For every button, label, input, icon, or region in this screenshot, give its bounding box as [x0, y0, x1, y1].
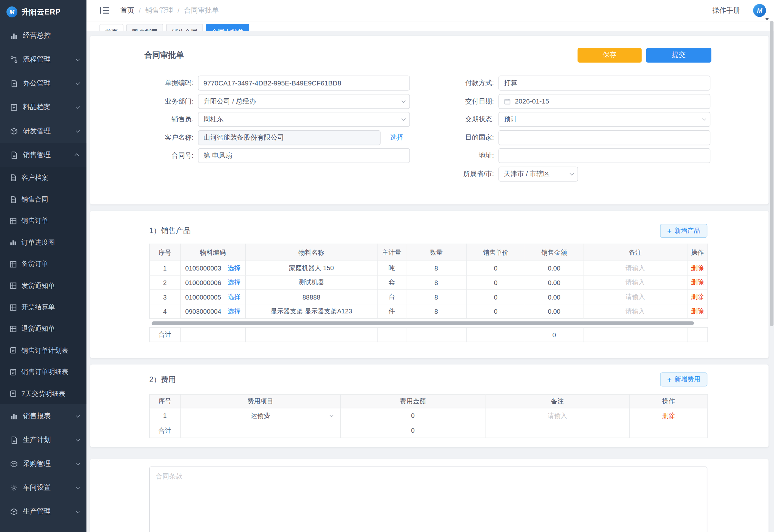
sidebar-item-stock-order[interactable]: 备货订单: [0, 253, 86, 275]
payment-method-input[interactable]: 打算: [499, 75, 710, 90]
horizontal-scrollbar-track: [149, 321, 708, 325]
submenu-item-label: 备货订单: [21, 260, 48, 269]
remark-input[interactable]: 请输入: [548, 411, 567, 419]
sidebar-item-material-files[interactable]: 料品档案: [0, 95, 86, 119]
grid-icon: [9, 304, 17, 311]
choose-customer-link[interactable]: 选择: [390, 133, 403, 142]
save-button[interactable]: 保存: [578, 48, 642, 63]
contract-no-input[interactable]: 第 电风扇: [198, 148, 410, 163]
chevron-down-icon: [76, 461, 80, 466]
region-select[interactable]: 天津市 / 市辖区: [499, 166, 578, 181]
price-cell: 0: [466, 275, 525, 290]
operation-manual-link[interactable]: 操作手册: [712, 6, 740, 15]
sidebar-item-production-plan[interactable]: 生产计划: [0, 428, 86, 452]
horizontal-scrollbar[interactable]: [152, 321, 694, 325]
salesman-select[interactable]: 周桂东: [198, 112, 410, 127]
select-material-link[interactable]: 选择: [228, 307, 241, 316]
tab-customer-files[interactable]: 客户档案: [126, 24, 163, 31]
select-material-link[interactable]: 选择: [228, 278, 241, 287]
sidebar-item-label: 采购管理: [23, 460, 75, 469]
delete-row-link[interactable]: 删除: [691, 293, 704, 300]
fees-card: 2）费用 + 新增费用 序号 费用项目 费用金额: [90, 365, 769, 447]
grid-icon: [9, 217, 17, 225]
tab-contract-approval[interactable]: 合同审批单: [206, 24, 249, 31]
sidebar-item-outsourcing-mgmt[interactable]: 委外管理: [0, 524, 86, 532]
address-input[interactable]: [499, 148, 710, 163]
sidebar-item-order-progress[interactable]: 订单进度图: [0, 232, 86, 253]
sidebar-item-workshop-settings[interactable]: 车间设置: [0, 476, 86, 500]
delete-row-link[interactable]: 删除: [691, 264, 704, 271]
delivery-date-input[interactable]: 2026-01-15: [499, 94, 710, 109]
sidebar-item-7day-delivery-report[interactable]: 7天交货明细表: [0, 383, 86, 405]
remark-input[interactable]: 请输入: [626, 293, 645, 300]
col-amount: 销售金额: [525, 244, 583, 261]
sidebar-item-sales-report[interactable]: 销售报表: [0, 404, 86, 428]
sidebar-item-rnd-mgmt[interactable]: 研发管理: [0, 119, 86, 143]
col-qty: 数量: [406, 244, 466, 261]
sidebar-item-return-notice[interactable]: 退货通知单: [0, 318, 86, 340]
field-label: 销售员:: [144, 115, 198, 124]
page-title: 合同审批单: [144, 50, 577, 60]
tab-label: 销售合同: [172, 28, 197, 31]
dest-country-input[interactable]: [499, 130, 710, 145]
sidebar-item-production-mgmt[interactable]: 生产管理: [0, 500, 86, 524]
sidebar-item-sales-order[interactable]: 销售订单: [0, 210, 86, 232]
tab-label: 首页: [105, 28, 118, 31]
sales-submenu: 客户档案 销售合同 销售订单 订单进度图 备货订单 发货通知单: [0, 167, 86, 404]
products-section-title: 1）销售产品: [149, 226, 191, 235]
sidebar-item-process-mgmt[interactable]: 流程管理: [0, 48, 86, 72]
delete-row-link[interactable]: 删除: [691, 307, 704, 315]
col-remark: 备注: [485, 395, 630, 408]
delete-row-link[interactable]: 删除: [691, 279, 704, 286]
document-icon: [10, 80, 18, 88]
submenu-item-label: 开票结算单: [21, 303, 55, 312]
select-material-link[interactable]: 选择: [228, 292, 241, 301]
remark-input[interactable]: 请输入: [626, 307, 645, 315]
select-material-link[interactable]: 选择: [228, 263, 241, 272]
remark-input[interactable]: 请输入: [626, 279, 645, 286]
doc-code-input[interactable]: 9770CA17-3497-4DB2-995E-B49E9CF61BD8: [198, 75, 410, 90]
sidebar-item-label: 料品档案: [23, 103, 75, 112]
menu-fold-icon[interactable]: [99, 6, 109, 15]
tab-sales-contract[interactable]: 销售合同: [166, 24, 203, 31]
sidebar-item-purchase-mgmt[interactable]: 采购管理: [0, 452, 86, 476]
page-content: 合同审批单 保存 提交 单据编码: 9770CA17-3497-4DB2-995…: [86, 31, 774, 532]
box-icon: [10, 460, 18, 468]
contract-terms-textarea[interactable]: [149, 467, 708, 532]
submenu-item-label: 发货通知单: [21, 281, 55, 290]
sidebar-item-office-mgmt[interactable]: 办公管理: [0, 72, 86, 95]
department-select[interactable]: 升阳公司 / 总经办: [198, 94, 410, 109]
sidebar-item-shipping-notice[interactable]: 发货通知单: [0, 275, 86, 297]
sidebar-item-customer-files[interactable]: 客户档案: [0, 167, 86, 189]
sidebar-item-sales-mgmt[interactable]: 销售管理: [0, 143, 86, 167]
submenu-item-label: 7天交货明细表: [21, 389, 65, 398]
input-value: 9770CA17-3497-4DB2-995E-B49E9CF61BD8: [203, 79, 341, 87]
breadcrumb-sales-mgmt[interactable]: 销售管理: [145, 6, 173, 15]
tab-home[interactable]: 首页: [99, 24, 123, 31]
avatar[interactable]: M: [753, 4, 766, 17]
box-icon: [10, 127, 18, 135]
col-price: 销售单价: [466, 244, 525, 261]
vertical-scrollbar[interactable]: [770, 21, 774, 326]
form-field-customer: 客户名称: 山河智能装备股份有限公司 选择: [144, 130, 410, 145]
material-name-cell: 显示器支架 显示器支架A123: [245, 304, 377, 319]
add-product-button[interactable]: + 新增产品: [660, 224, 707, 238]
products-total-row: 合计 0: [149, 328, 708, 342]
breadcrumb-home[interactable]: 首页: [120, 6, 134, 15]
sidebar-item-order-plan-report[interactable]: 销售订单计划表: [0, 340, 86, 361]
sidebar-item-invoice-settlement[interactable]: 开票结算单: [0, 297, 86, 318]
user-menu-caret-icon[interactable]: [765, 18, 769, 21]
form-field-salesman: 销售员: 周桂东: [144, 112, 410, 127]
add-fee-button[interactable]: + 新增费用: [660, 372, 707, 386]
sidebar-item-sales-contract[interactable]: 销售合同: [0, 189, 86, 210]
submit-button[interactable]: 提交: [646, 48, 711, 63]
delivery-status-select[interactable]: 预计: [499, 112, 710, 127]
grid-icon: [9, 261, 17, 268]
delete-row-link[interactable]: 删除: [662, 411, 675, 419]
remark-input[interactable]: 请输入: [626, 264, 645, 271]
submenu-item-label: 销售订单计划表: [21, 346, 68, 355]
chevron-down-icon: [402, 98, 406, 103]
sidebar-item-business-overview[interactable]: 经营总控: [0, 24, 86, 48]
sidebar-item-order-detail-report[interactable]: 销售订单明细表: [0, 361, 86, 383]
fee-item-select[interactable]: 运输费: [180, 408, 341, 423]
